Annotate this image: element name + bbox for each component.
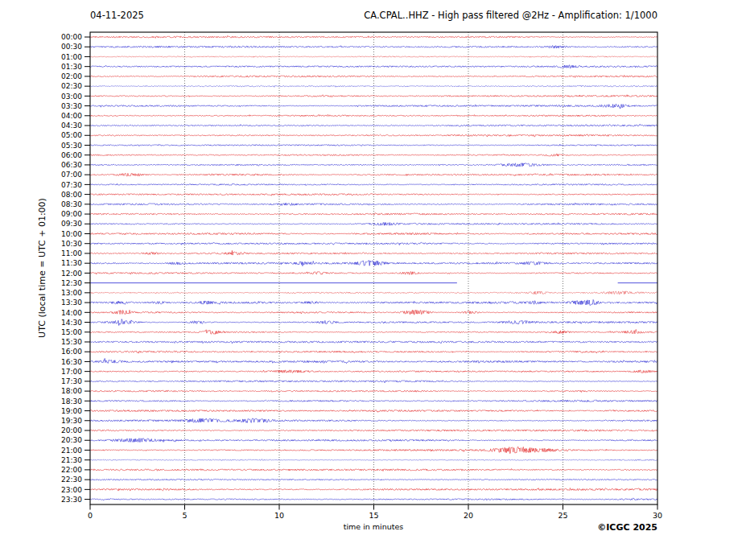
y-tick-label: 13:00 bbox=[61, 289, 82, 297]
y-tick-label: 12:30 bbox=[61, 279, 82, 287]
y-tick-label: 08:00 bbox=[61, 191, 82, 199]
helicorder-plot: 00:0000:3001:0001:3002:0002:3003:0003:30… bbox=[0, 0, 746, 560]
y-tick-label: 14:30 bbox=[61, 319, 82, 327]
trace-row bbox=[90, 163, 657, 167]
y-tick-label: 23:30 bbox=[61, 496, 82, 504]
x-tick-label: 15 bbox=[369, 511, 378, 520]
y-tick-label: 22:30 bbox=[61, 476, 82, 484]
trace-row bbox=[90, 351, 657, 353]
x-axis: 051015202530 bbox=[88, 504, 662, 520]
trace-row bbox=[90, 203, 657, 205]
y-tick-label: 12:00 bbox=[61, 270, 82, 278]
grid-lines bbox=[185, 32, 563, 504]
y-tick-label: 08:30 bbox=[61, 200, 82, 208]
y-tick-label: 18:00 bbox=[61, 387, 82, 395]
x-tick-label: 0 bbox=[88, 511, 93, 520]
y-tick-label: 16:00 bbox=[61, 348, 82, 356]
y-tick-label: 09:30 bbox=[61, 220, 82, 228]
y-tick-label: 22:00 bbox=[61, 466, 82, 474]
y-tick-label: 17:00 bbox=[61, 368, 82, 376]
y-tick-label: 20:30 bbox=[61, 436, 82, 444]
trace-row bbox=[90, 183, 657, 186]
y-tick-label: 00:30 bbox=[61, 43, 82, 51]
trace-row bbox=[90, 291, 657, 294]
y-tick-label: 06:30 bbox=[61, 161, 82, 169]
y-tick-label: 00:00 bbox=[61, 33, 82, 41]
y-tick-label: 19:30 bbox=[61, 417, 82, 425]
trace-row bbox=[90, 56, 657, 58]
y-tick-label: 01:00 bbox=[61, 53, 82, 61]
y-tick-label: 05:30 bbox=[61, 142, 82, 150]
y-tick-label: 21:00 bbox=[61, 447, 82, 455]
y-tick-label: 11:30 bbox=[61, 259, 82, 267]
x-tick-label: 30 bbox=[653, 511, 662, 520]
y-tick-label: 02:30 bbox=[61, 82, 82, 90]
y-tick-label: 14:00 bbox=[61, 309, 82, 317]
x-tick-label: 20 bbox=[464, 511, 473, 520]
helicorder-figure: 04-11-2025 CA.CPAL..HHZ - High pass filt… bbox=[0, 0, 746, 560]
y-tick-label: 10:30 bbox=[61, 240, 82, 248]
y-tick-label: 05:00 bbox=[61, 131, 82, 139]
y-tick-label: 07:00 bbox=[61, 171, 82, 179]
y-tick-label: 02:00 bbox=[61, 72, 82, 80]
y-tick-label: 17:30 bbox=[61, 377, 82, 385]
y-tick-label: 21:30 bbox=[61, 456, 82, 464]
x-tick-label: 5 bbox=[182, 511, 187, 520]
y-tick-label: 07:30 bbox=[61, 181, 82, 189]
y-tick-label: 10:00 bbox=[61, 230, 82, 238]
trace-row bbox=[90, 329, 657, 334]
y-tick-label: 16:30 bbox=[61, 358, 82, 366]
y-tick-label: 04:30 bbox=[61, 121, 82, 130]
y-tick-label: 01:30 bbox=[61, 63, 82, 71]
y-tick-label: 06:00 bbox=[61, 151, 82, 159]
y-axis: 00:0000:3001:0001:3002:0002:3003:0003:30… bbox=[61, 33, 90, 504]
y-tick-label: 18:30 bbox=[61, 397, 82, 406]
y-tick-label: 09:00 bbox=[61, 210, 82, 218]
y-tick-label: 20:00 bbox=[61, 426, 82, 434]
trace-row bbox=[90, 261, 657, 266]
y-tick-label: 19:00 bbox=[61, 407, 82, 415]
y-tick-label: 03:30 bbox=[61, 102, 82, 110]
y-tick-label: 13:30 bbox=[61, 299, 82, 307]
x-tick-label: 10 bbox=[274, 511, 284, 520]
y-tick-label: 15:30 bbox=[61, 338, 82, 346]
y-tick-label: 23:00 bbox=[61, 486, 82, 494]
y-tick-label: 04:00 bbox=[61, 112, 82, 120]
y-tick-label: 11:00 bbox=[61, 249, 82, 257]
trace-row bbox=[90, 459, 657, 461]
trace-row bbox=[90, 310, 657, 315]
x-tick-label: 25 bbox=[558, 511, 567, 520]
y-tick-label: 15:00 bbox=[61, 328, 82, 336]
y-tick-label: 03:00 bbox=[61, 93, 82, 101]
trace-row bbox=[90, 193, 657, 196]
